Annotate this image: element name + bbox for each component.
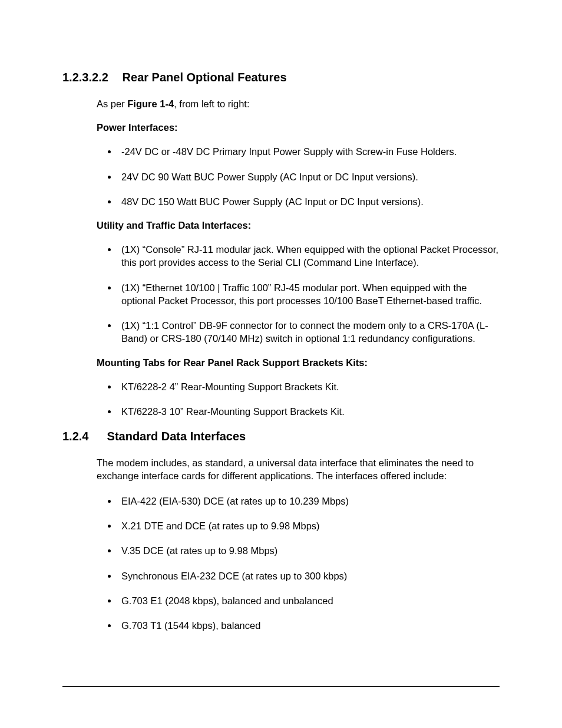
list-item: X.21 DTE and DCE (at rates up to 9.98 Mb…	[118, 519, 500, 532]
bullet-list: -24V DC or -48V DC Primary Input Power S…	[97, 145, 500, 208]
list-item: 24V DC 90 Watt BUC Power Supply (AC Inpu…	[118, 170, 500, 183]
section-title: Standard Data Interfaces	[107, 430, 246, 443]
list-item: -24V DC or -48V DC Primary Input Power S…	[118, 145, 500, 158]
bullet-list: (1X) “Console” RJ-11 modular jack. When …	[97, 243, 500, 345]
bullet-list: EIA-422 (EIA-530) DCE (at rates up to 10…	[97, 495, 500, 633]
list-item: G.703 T1 (1544 kbps), balanced	[118, 619, 500, 632]
list-item: Synchronous EIA-232 DCE (at rates up to …	[118, 569, 500, 582]
section-heading: 1.2.4 Standard Data Interfaces	[62, 430, 500, 443]
group-heading: Mounting Tabs for Rear Panel Rack Suppor…	[97, 357, 500, 368]
intro-figure-ref: Figure 1-4	[127, 98, 174, 109]
list-item: KT/6228-2 4” Rear-Mounting Support Brack…	[118, 380, 500, 393]
group-heading: Utility and Traffic Data Interfaces:	[97, 220, 500, 231]
list-item: (1X) “1:1 Control” DB-9F connector for t…	[118, 319, 500, 345]
list-item: (1X) “Console” RJ-11 modular jack. When …	[118, 243, 500, 269]
section-heading: 1.2.3.2.2 Rear Panel Optional Features	[62, 71, 500, 84]
list-item: G.703 E1 (2048 kbps), balanced and unbal…	[118, 594, 500, 607]
list-item: V.35 DCE (at rates up to 9.98 Mbps)	[118, 544, 500, 557]
list-item: 48V DC 150 Watt BUC Power Supply (AC Inp…	[118, 195, 500, 208]
group-heading: Power Interfaces:	[97, 122, 500, 133]
section-intro: As per Figure 1-4, from left to right:	[97, 97, 500, 110]
intro-suffix: , from left to right:	[174, 98, 249, 109]
list-item: (1X) “Ethernet 10/100 | Traffic 100” RJ-…	[118, 281, 500, 308]
section-intro: The modem includes, as standard, a unive…	[97, 456, 500, 483]
footer-rule	[62, 686, 500, 687]
list-item: KT/6228-3 10” Rear-Mounting Support Brac…	[118, 405, 500, 418]
section-number: 1.2.3.2.2	[62, 71, 119, 84]
bullet-list: KT/6228-2 4” Rear-Mounting Support Brack…	[97, 380, 500, 419]
section-number: 1.2.4	[62, 430, 104, 443]
list-item: EIA-422 (EIA-530) DCE (at rates up to 10…	[118, 495, 500, 508]
intro-prefix: As per	[97, 98, 127, 109]
section-title: Rear Panel Optional Features	[123, 71, 287, 84]
document-page: 1.2.3.2.2 Rear Panel Optional Features A…	[0, 0, 562, 728]
